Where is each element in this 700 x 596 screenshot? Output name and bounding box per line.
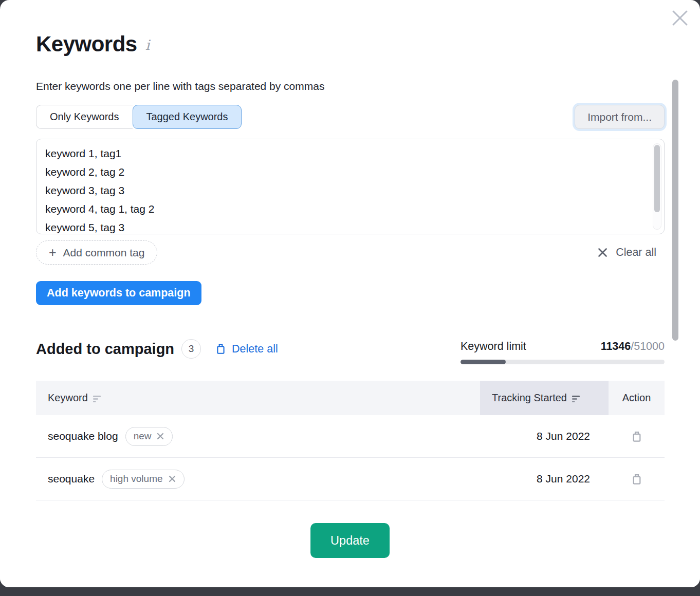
keyword-limit-used: 11346 — [601, 340, 631, 352]
column-header-action: Action — [609, 381, 665, 415]
column-header-keyword[interactable]: Keyword — [36, 381, 480, 415]
close-button[interactable] — [668, 6, 692, 30]
keywords-input-area: keyword 1, tag1 keyword 2, tag 2 keyword… — [36, 139, 665, 234]
added-to-campaign-section-header: Added to campaign 3 Delete all Keyword l… — [36, 339, 665, 364]
keyword-limit-total: /51000 — [631, 340, 665, 352]
column-label-tracking-started: Tracking Started — [492, 392, 567, 404]
modal-scrollbar-thumb[interactable] — [672, 80, 678, 341]
keyword-tag-pill[interactable]: high volume — [102, 470, 184, 489]
added-keywords-table: Keyword Tracking Started Action — [36, 381, 665, 500]
clear-all-x-icon — [597, 247, 608, 258]
sticky-footer: Update — [0, 505, 700, 587]
plus-icon: + — [49, 246, 57, 259]
trash-icon — [631, 431, 642, 442]
tab-only-keywords[interactable]: Only Keywords — [36, 105, 133, 129]
keyword-cell: seoquake blog new — [36, 427, 480, 446]
tracking-started-cell: 8 Jun 2022 — [480, 430, 609, 442]
tracking-started-cell: 8 Jun 2022 — [480, 473, 609, 485]
column-label-keyword: Keyword — [48, 392, 88, 404]
modal-header: Keywords i — [36, 32, 150, 57]
delete-keyword-button[interactable] — [629, 471, 644, 487]
textarea-scrollbar-track — [653, 143, 661, 230]
keyword-text: seoquake blog — [48, 430, 118, 442]
page-title: Keywords — [36, 32, 137, 57]
clear-all-label: Clear all — [616, 246, 656, 259]
sort-icon-active — [572, 395, 582, 403]
column-label-action: Action — [622, 392, 651, 404]
tag-label: high volume — [110, 473, 162, 485]
delete-all-label: Delete all — [232, 343, 278, 356]
close-icon — [671, 9, 689, 27]
tag-actions-row: + Add common tag Clear all — [36, 240, 665, 265]
section-title: Added to campaign — [36, 341, 174, 358]
action-cell — [609, 471, 665, 487]
table-row: seoquake blog new 8 Jun 2022 — [36, 415, 665, 458]
action-cell — [609, 429, 665, 444]
tag-label: new — [134, 431, 152, 442]
remove-tag-icon[interactable] — [168, 475, 176, 483]
keyword-text: seoquake — [48, 473, 95, 485]
tab-tagged-keywords[interactable]: Tagged Keywords — [133, 105, 242, 129]
column-header-tracking-started[interactable]: Tracking Started — [480, 381, 609, 415]
add-keywords-to-campaign-button[interactable]: Add keywords to campaign — [36, 281, 201, 305]
keyword-count-badge: 3 — [181, 339, 201, 359]
sort-icon — [93, 395, 103, 403]
delete-all-button[interactable]: Delete all — [215, 343, 278, 356]
keywords-modal: Keywords i Enter keywords one per line w… — [0, 0, 700, 587]
info-icon[interactable]: i — [145, 37, 150, 53]
section-heading-group: Added to campaign 3 Delete all — [36, 339, 278, 359]
remove-tag-icon[interactable] — [156, 432, 164, 440]
keyword-limit-label: Keyword limit — [460, 340, 526, 353]
keyword-limit-values: 11346/51000 — [601, 340, 665, 353]
add-common-tag-button[interactable]: + Add common tag — [36, 240, 157, 265]
trash-icon — [215, 343, 226, 355]
keyword-tag-pill[interactable]: new — [125, 427, 173, 446]
keyword-limit-block: Keyword limit 11346/51000 — [460, 340, 665, 364]
keyword-mode-tab-group: Only Keywords Tagged Keywords — [36, 105, 242, 129]
keyword-limit-line: Keyword limit 11346/51000 — [460, 340, 665, 353]
table-row: seoquake high volume 8 Jun 2022 — [36, 458, 665, 500]
keywords-textarea[interactable]: keyword 1, tag1 keyword 2, tag 2 keyword… — [36, 139, 665, 234]
update-button[interactable]: Update — [310, 523, 390, 558]
clear-all-button[interactable]: Clear all — [597, 246, 656, 259]
keyword-limit-progress-track — [460, 360, 665, 364]
delete-keyword-button[interactable] — [629, 429, 644, 444]
controls-row: Only Keywords Tagged Keywords Import fro… — [36, 105, 665, 129]
keyword-cell: seoquake high volume — [36, 470, 480, 489]
trash-icon — [631, 473, 642, 485]
subtitle: Enter keywords one per line with tags se… — [36, 80, 324, 92]
table-header-row: Keyword Tracking Started Action — [36, 381, 665, 415]
textarea-scrollbar-thumb[interactable] — [654, 145, 660, 212]
add-common-tag-label: Add common tag — [63, 247, 145, 259]
import-from-button[interactable]: Import from... — [575, 105, 665, 129]
keyword-limit-progress-fill — [460, 360, 506, 364]
